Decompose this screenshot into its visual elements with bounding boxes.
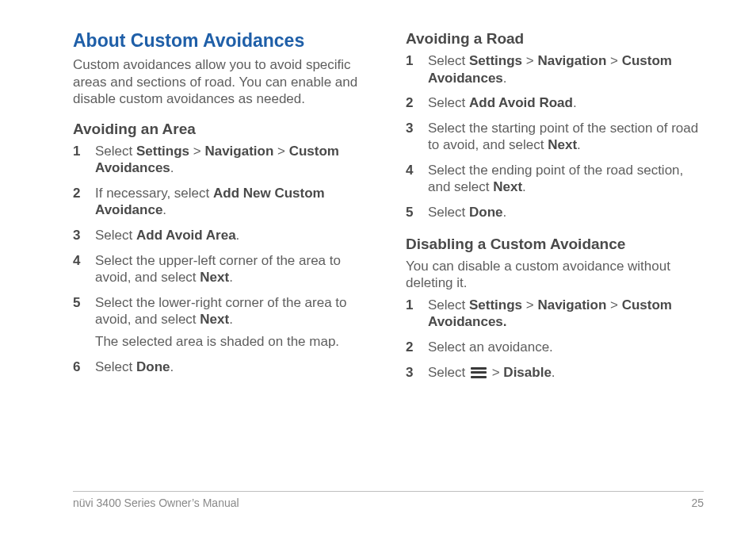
bold-term: Next xyxy=(493,179,522,194)
page-number: 25 xyxy=(691,497,704,509)
bold-term: Settings xyxy=(136,144,189,159)
step-text: Select xyxy=(428,297,469,313)
page-footer: nüvi 3400 Series Owner’s Manual 25 xyxy=(73,491,704,509)
avoiding-area-section: Avoiding an Area Select Settings > Navig… xyxy=(73,121,371,375)
two-column-layout: About Custom Avoidances Custom avoidance… xyxy=(73,30,704,395)
step-item: Select Done. xyxy=(406,204,704,221)
bold-term: Settings xyxy=(469,53,522,68)
bold-term: Navigation xyxy=(537,297,606,313)
step-text: Select an avoidance. xyxy=(428,339,553,355)
step-suffix: . xyxy=(552,365,556,380)
step-text: Select the ending point of the road sect… xyxy=(428,163,683,195)
step-suffix: . xyxy=(236,228,240,243)
disabling-avoidance-section: Disabling a Custom Avoidance You can dis… xyxy=(406,236,704,381)
step-item: Select Settings > Navigation > Custom Av… xyxy=(406,52,704,86)
step-suffix: . xyxy=(503,71,507,86)
bold-term: Add Avoid Area xyxy=(136,228,236,243)
bold-term: Add Avoid Road xyxy=(469,95,573,110)
section-title: About Custom Avoidances xyxy=(73,30,371,52)
step-item: Select Add Avoid Road. xyxy=(406,94,704,112)
step-suffix: . xyxy=(229,270,233,285)
step-suffix: . xyxy=(229,312,233,327)
bold-term: Navigation xyxy=(537,53,606,68)
step-note: The selected area is shaded on the map. xyxy=(95,333,371,351)
step-suffix: . xyxy=(162,202,166,217)
avoiding-road-section: Avoiding a Road Select Settings > Naviga… xyxy=(406,30,704,221)
step-suffix: . xyxy=(170,160,174,175)
breadcrumb-sep: > xyxy=(522,53,537,68)
step-item: Select Settings > Navigation > Custom Av… xyxy=(73,143,371,177)
step-text: If necessary, select xyxy=(95,186,213,201)
step-item: If necessary, select Add New Custom Avoi… xyxy=(73,185,371,219)
breadcrumb-sep: > xyxy=(488,365,503,380)
subheading: Avoiding an Area xyxy=(73,121,371,138)
right-column: Avoiding a Road Select Settings > Naviga… xyxy=(406,30,704,395)
step-item: Select the upper-left corner of the area… xyxy=(73,252,371,286)
step-text: Select xyxy=(95,144,136,159)
step-text: Select xyxy=(428,53,469,68)
step-item: Select the lower-right corner of the are… xyxy=(73,294,371,351)
left-column: About Custom Avoidances Custom avoidance… xyxy=(73,30,371,395)
breadcrumb-sep: > xyxy=(189,144,204,159)
steps-list: Select Settings > Navigation > Custom Av… xyxy=(406,297,704,381)
step-text: Select xyxy=(428,95,469,110)
menu-icon xyxy=(471,367,487,378)
bold-term: Next xyxy=(548,137,577,152)
subheading: Disabling a Custom Avoidance xyxy=(406,236,704,253)
bold-term: Next xyxy=(200,312,229,327)
breadcrumb-sep: > xyxy=(522,297,537,313)
section-intro: You can disable a custom avoidance witho… xyxy=(406,258,704,292)
footer-doc-title: nüvi 3400 Series Owner’s Manual xyxy=(73,497,239,509)
bold-term: Navigation xyxy=(204,144,273,159)
step-suffix: . xyxy=(577,137,581,152)
bold-term: Disable xyxy=(503,365,551,380)
step-item: Select > Disable. xyxy=(406,364,704,382)
bold-term: Settings xyxy=(469,297,522,313)
bold-term: Done xyxy=(469,205,503,220)
section-intro: Custom avoidances allow you to avoid spe… xyxy=(73,56,371,108)
steps-list: Select Settings > Navigation > Custom Av… xyxy=(406,52,704,221)
breadcrumb-sep: > xyxy=(273,144,288,159)
bold-term: Done xyxy=(136,359,170,374)
step-text: Select xyxy=(95,359,136,374)
subheading: Avoiding a Road xyxy=(406,30,704,48)
step-item: Select an avoidance. xyxy=(406,339,704,356)
step-text: Select xyxy=(95,228,136,243)
step-suffix: . xyxy=(573,95,577,110)
step-item: Select the starting point of the section… xyxy=(406,120,704,154)
document-page: About Custom Avoidances Custom avoidance… xyxy=(0,0,756,533)
steps-list: Select Settings > Navigation > Custom Av… xyxy=(73,143,371,375)
step-item: Select the ending point of the road sect… xyxy=(406,162,704,196)
step-suffix: . xyxy=(522,179,526,194)
step-text: Select xyxy=(428,205,469,220)
breadcrumb-sep: > xyxy=(606,297,621,313)
step-item: Select Settings > Navigation > Custom Av… xyxy=(406,297,704,331)
step-text: Select xyxy=(428,365,469,380)
step-suffix: . xyxy=(170,359,174,374)
breadcrumb-sep: > xyxy=(606,53,621,68)
bold-term: Next xyxy=(200,270,229,285)
step-item: Select Add Avoid Area. xyxy=(73,227,371,244)
step-item: Select Done. xyxy=(73,359,371,376)
step-suffix: . xyxy=(502,205,506,220)
